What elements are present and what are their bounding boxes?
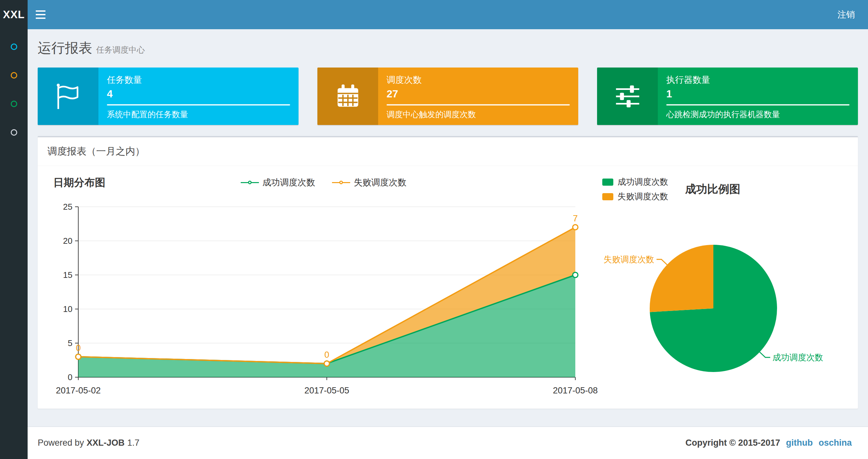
sidebar-item-dashboard[interactable] <box>0 32 28 61</box>
svg-text:失败调度次数: 失败调度次数 <box>603 255 654 264</box>
svg-text:0: 0 <box>76 343 81 353</box>
sidebar-item-jobs[interactable] <box>0 61 28 90</box>
svg-text:10: 10 <box>63 304 72 314</box>
svg-text:7: 7 <box>573 214 578 223</box>
panel-title: 调度报表（一月之内） <box>38 137 858 166</box>
circle-icon <box>11 129 17 136</box>
progress-bar <box>666 104 849 105</box>
svg-text:0: 0 <box>324 350 329 360</box>
logout-button[interactable]: 注销 <box>825 0 868 29</box>
github-link[interactable]: github <box>786 438 813 448</box>
pie-chart-svg[interactable]: 成功调度次数失败调度次数 <box>600 226 824 394</box>
powered-by-text: Powered byXXL-JOB1.7 <box>38 438 140 448</box>
svg-text:2017-05-02: 2017-05-02 <box>56 386 101 395</box>
info-box-value: 1 <box>666 88 849 100</box>
svg-text:2017-05-05: 2017-05-05 <box>304 386 349 395</box>
area-chart-svg[interactable]: 05101520250072017-05-022017-05-052017-05… <box>48 191 600 401</box>
svg-text:25: 25 <box>63 202 72 211</box>
legend-item-fail[interactable]: 失败调度次数 <box>332 176 406 188</box>
top-navbar: XXL 注销 <box>0 0 868 29</box>
info-box-label: 执行器数量 <box>666 74 849 86</box>
product-name: XXL-JOB <box>87 438 125 448</box>
flag-icon <box>38 67 98 125</box>
circle-icon <box>11 72 17 78</box>
info-box-jobs: 任务数量 4 系统中配置的任务数量 <box>38 67 299 125</box>
copyright-text: Copyright © 2015-2017 <box>685 438 780 448</box>
legend-item-fail[interactable]: 失败调度次数 <box>602 191 668 202</box>
sidebar-item-executors[interactable] <box>0 118 28 147</box>
report-panel: 调度报表（一月之内） 日期分布图 成功调度次数 失败调度次数 051015202… <box>38 136 858 409</box>
hamburger-icon <box>36 10 45 12</box>
pie-chart-legend: 成功调度次数 失败调度次数 <box>602 176 668 202</box>
legend-item-success[interactable]: 成功调度次数 <box>241 176 315 188</box>
calendar-icon <box>317 67 378 125</box>
svg-text:5: 5 <box>68 338 72 348</box>
page-title: 运行报表 <box>38 40 92 56</box>
line-marker-icon <box>241 180 259 185</box>
svg-text:0: 0 <box>68 372 72 382</box>
info-box-description: 调度中心触发的调度次数 <box>386 109 570 120</box>
info-box-description: 系统中配置的任务数量 <box>107 109 290 120</box>
info-box-label: 调度次数 <box>386 74 570 86</box>
date-distribution-chart: 日期分布图 成功调度次数 失败调度次数 05101520250072017-05… <box>48 174 600 403</box>
circle-icon <box>11 43 17 50</box>
swatch-icon <box>602 193 613 200</box>
info-box-value: 4 <box>107 88 290 100</box>
area-chart-title: 日期分布图 <box>53 175 105 190</box>
sidebar <box>0 29 28 459</box>
sidebar-item-logs[interactable] <box>0 90 28 118</box>
pie-chart-title: 成功比例图 <box>685 182 740 197</box>
content-header: 运行报表任务调度中心 <box>28 29 868 64</box>
progress-bar <box>107 104 290 105</box>
svg-text:2017-05-08: 2017-05-08 <box>553 386 598 395</box>
legend-item-success[interactable]: 成功调度次数 <box>602 176 668 188</box>
svg-text:成功调度次数: 成功调度次数 <box>773 353 823 362</box>
svg-text:15: 15 <box>63 270 72 280</box>
page-subtitle: 任务调度中心 <box>96 45 145 54</box>
line-marker-icon <box>332 180 350 185</box>
info-box-row: 任务数量 4 系统中配置的任务数量 <box>28 64 868 125</box>
info-box-description: 心跳检测成功的执行器机器数量 <box>666 109 849 120</box>
sidebar-toggle-button[interactable] <box>28 0 54 29</box>
sliders-icon <box>597 67 658 125</box>
info-box-executors: 执行器数量 1 心跳检测成功的执行器机器数量 <box>597 67 858 125</box>
oschina-link[interactable]: oschina <box>818 438 852 448</box>
main-content: 运行报表任务调度中心 任务数量 4 系统中配置的任务数量 <box>28 29 868 427</box>
circle-icon <box>11 101 17 107</box>
area-chart-legend: 成功调度次数 失败调度次数 <box>48 174 600 191</box>
info-box-triggers: 调度次数 27 调度中心触发的调度次数 <box>317 67 578 125</box>
success-ratio-chart: 成功调度次数 失败调度次数 成功比例图 成功调度次数失败调度次数 <box>600 174 854 403</box>
svg-text:20: 20 <box>63 236 72 246</box>
page-footer: Powered byXXL-JOB1.7 Copyright © 2015-20… <box>28 427 868 459</box>
app-logo[interactable]: XXL <box>0 0 28 29</box>
info-box-label: 任务数量 <box>107 74 290 86</box>
progress-bar <box>386 104 570 105</box>
info-box-value: 27 <box>386 88 570 100</box>
swatch-icon <box>602 178 613 186</box>
